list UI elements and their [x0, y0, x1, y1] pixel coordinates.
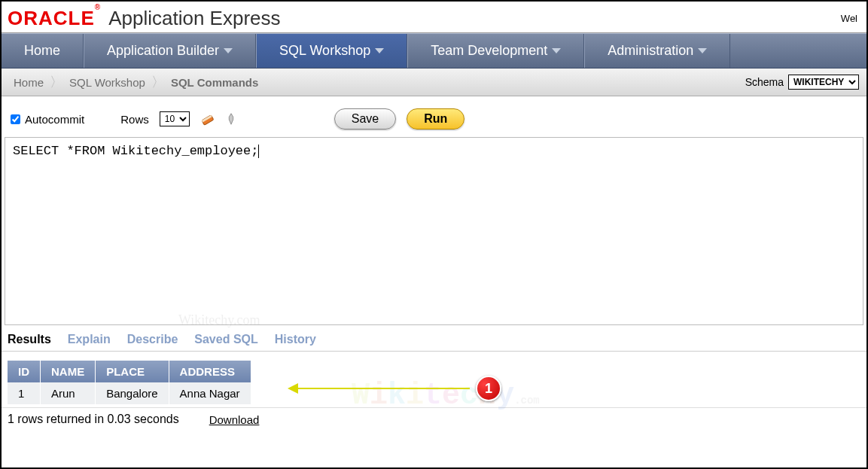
cell-address: Anna Nagar: [169, 382, 251, 404]
breadcrumb-sql-workshop[interactable]: SQL Workshop: [65, 75, 150, 90]
toolbar: Autocommit Rows 10 Save Run: [2, 96, 866, 137]
col-address: ADDRESS: [169, 361, 251, 382]
chevron-down-icon: [552, 48, 561, 53]
rows-label: Rows: [120, 113, 149, 126]
nav-home[interactable]: Home: [2, 34, 84, 68]
col-place: PLACE: [96, 361, 169, 382]
main-nav: Home Application Builder SQL Workshop Te…: [2, 33, 866, 69]
app-header: ORACLE® Application Express Wel: [2, 2, 866, 33]
schema-label: Schema: [745, 76, 784, 88]
chevron-right-icon: 〉: [48, 73, 65, 91]
oracle-logo-sup: ®: [95, 3, 101, 11]
download-link[interactable]: Download: [209, 413, 260, 426]
text-cursor: [258, 145, 259, 158]
status-text: 1 rows returned in 0.03 seconds: [8, 413, 179, 426]
watermark-small: Wikitechy.com: [178, 312, 260, 328]
tab-saved-sql[interactable]: Saved SQL: [194, 333, 257, 346]
tab-describe[interactable]: Describe: [127, 333, 178, 346]
nav-label: SQL Workshop: [279, 43, 370, 59]
header-right-text: Wel: [841, 13, 860, 24]
chevron-down-icon: [698, 48, 707, 53]
arrow-line: [297, 388, 470, 389]
results-tabs: Results Explain Describe Saved SQL Histo…: [2, 325, 866, 352]
annotation-badge: 1: [476, 376, 501, 401]
chevron-down-icon: [375, 48, 384, 53]
breadcrumb: Home 〉 SQL Workshop 〉 SQL Commands Schem…: [2, 69, 866, 96]
chevron-right-icon: 〉: [150, 73, 166, 91]
tab-results[interactable]: Results: [8, 333, 51, 346]
chevron-down-icon: [224, 48, 233, 53]
col-name: NAME: [41, 361, 96, 382]
schema-selector: Schema WIKITECHY: [745, 75, 859, 90]
table-row: 1 Arun Bangalore Anna Nagar: [8, 382, 251, 404]
nav-sql-workshop[interactable]: SQL Workshop: [256, 34, 407, 68]
clear-icon[interactable]: [197, 110, 216, 129]
annotation-arrow: 1: [288, 376, 501, 401]
rows-select[interactable]: 10: [160, 111, 190, 126]
nav-label: Administration: [608, 43, 693, 59]
tab-explain[interactable]: Explain: [68, 333, 111, 346]
results-area: ID NAME PLACE ADDRESS 1 Arun Bangalore A…: [2, 352, 866, 407]
sql-editor[interactable]: SELECT *FROM Wikitechy_employee; Wikitec…: [5, 137, 863, 325]
nav-label: Application Builder: [107, 43, 219, 59]
app-title: Application Express: [108, 7, 280, 30]
breadcrumb-current: SQL Commands: [166, 75, 263, 90]
col-id: ID: [8, 361, 41, 382]
save-button[interactable]: Save: [334, 108, 396, 129]
autocommit-label: Autocommit: [25, 113, 84, 126]
nav-team-development[interactable]: Team Development: [407, 34, 584, 68]
sql-content: SELECT *FROM Wikitechy_employee;: [13, 144, 258, 158]
schema-select[interactable]: WIKITECHY: [788, 75, 859, 90]
autocommit-toggle[interactable]: Autocommit: [11, 113, 84, 126]
oracle-logo: ORACLE®: [8, 7, 101, 30]
nav-label: Team Development: [431, 43, 547, 59]
run-button[interactable]: Run: [407, 108, 464, 129]
cell-id: 1: [8, 382, 41, 404]
tab-history[interactable]: History: [275, 333, 316, 346]
table-header-row: ID NAME PLACE ADDRESS: [8, 361, 251, 382]
oracle-logo-text: ORACLE: [8, 7, 95, 29]
breadcrumb-home[interactable]: Home: [9, 75, 48, 90]
nav-label: Home: [24, 43, 60, 59]
autocommit-checkbox[interactable]: [11, 114, 20, 124]
nav-administration[interactable]: Administration: [584, 34, 730, 68]
cell-place: Bangalore: [96, 382, 169, 404]
logo-block: ORACLE® Application Express: [8, 7, 281, 30]
pin-icon[interactable]: [224, 112, 238, 126]
results-table: ID NAME PLACE ADDRESS 1 Arun Bangalore A…: [8, 361, 251, 404]
cell-name: Arun: [41, 382, 96, 404]
nav-application-builder[interactable]: Application Builder: [84, 34, 256, 68]
